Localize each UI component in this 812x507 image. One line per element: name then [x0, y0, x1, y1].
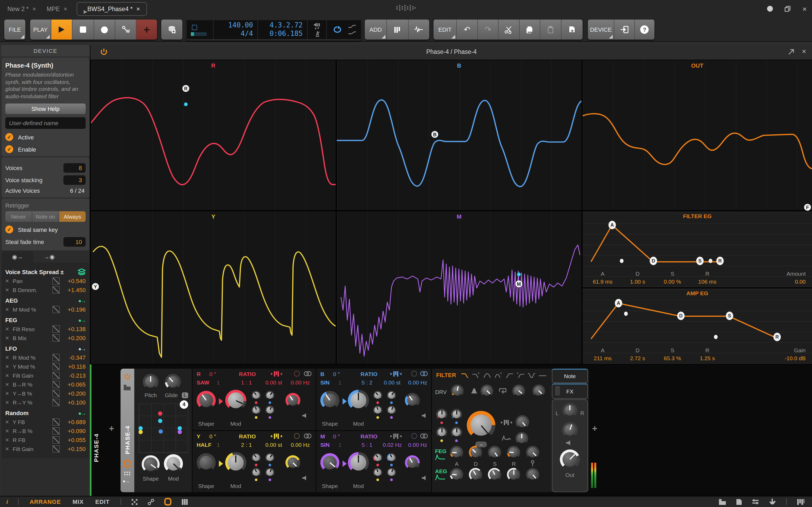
osc-y-node-badge[interactable]: Y	[92, 283, 99, 290]
curve-icon[interactable]	[52, 418, 60, 426]
remove-mod-icon[interactable]: ×	[5, 445, 13, 453]
curve-icon[interactable]	[52, 277, 60, 285]
osc-shape-knob[interactable]	[197, 453, 216, 472]
osc-shape-knob[interactable]	[320, 453, 339, 472]
aeg-sustain-knob[interactable]	[488, 468, 501, 481]
link-icon[interactable]	[148, 498, 155, 505]
close-tab-icon[interactable]: ×	[33, 5, 36, 12]
curve-icon[interactable]	[52, 286, 60, 294]
redo-button[interactable]: ↷	[478, 19, 499, 40]
mod-depth-knob[interactable]	[265, 453, 274, 462]
curve-icon[interactable]	[52, 363, 60, 370]
out-level-knob[interactable]	[560, 449, 580, 469]
view-edit[interactable]: EDIT	[95, 499, 110, 505]
touch-mode-icon[interactable]	[769, 498, 776, 505]
remove-mod-icon[interactable]: ×	[5, 334, 13, 342]
mod-row[interactable]: ×Pan+0.540	[5, 277, 86, 285]
feg-vel-knob[interactable]	[526, 446, 539, 459]
add-device-button[interactable]: +	[109, 424, 114, 434]
unison-icon[interactable]	[303, 371, 312, 377]
tempo-display[interactable]: 140.00 4/4	[213, 20, 257, 39]
drive-knob[interactable]	[451, 385, 464, 397]
feg-amount-value[interactable]: 0.00	[786, 278, 806, 285]
mod-depth-knob[interactable]	[252, 453, 261, 462]
remove-mod-icon[interactable]: ×	[5, 381, 13, 388]
mod-depth-knob[interactable]	[252, 391, 261, 400]
duplicate-button[interactable]	[561, 19, 582, 40]
browser-panel-icon[interactable]	[718, 499, 726, 505]
eg-release-node[interactable]: R	[773, 333, 781, 341]
osc-fine-value[interactable]: 0.00 Hz	[291, 379, 310, 386]
remove-mod-icon[interactable]: ×	[5, 399, 13, 406]
mod-row[interactable]: ×M Mod %+0.196	[5, 306, 86, 313]
osc-count-badge[interactable]: 4	[180, 400, 188, 409]
feg-attack-knob[interactable]	[450, 446, 463, 459]
pitch-knob[interactable]	[143, 374, 159, 390]
mod-depth-knob[interactable]	[373, 391, 382, 400]
filter-mod-knob[interactable]	[436, 409, 447, 420]
filter-mod-knob[interactable]	[436, 427, 447, 438]
remove-mod-icon[interactable]: ×	[5, 277, 13, 285]
filter-track-knob[interactable]	[512, 385, 525, 397]
mod-depth-knob[interactable]	[373, 453, 382, 462]
phase-lock-icon[interactable]	[411, 371, 417, 377]
curve-icon[interactable]	[52, 427, 60, 435]
mod-depth-knob[interactable]	[373, 406, 382, 414]
feg-decay-knob[interactable]	[469, 446, 482, 459]
filter-cutoff-knob[interactable]	[467, 411, 495, 439]
eg-attack-node[interactable]: A	[615, 299, 622, 307]
osc-offset-value[interactable]: 0.00 st	[265, 379, 282, 386]
aeg-attack-knob[interactable]	[450, 468, 463, 481]
remove-mod-icon[interactable]: ×	[5, 363, 13, 370]
filter-lp-icon[interactable]	[460, 372, 469, 379]
phase-xy-pad[interactable]	[139, 403, 188, 453]
retrigger-note-on-button[interactable]: Note on	[32, 211, 59, 222]
keytrack-icon[interactable]	[390, 433, 402, 439]
aeg-sustain-value[interactable]: 65.3 %	[659, 355, 686, 361]
modulation-out-tab[interactable]: ◉→	[2, 251, 33, 263]
copy-button[interactable]	[519, 19, 540, 40]
curve-icon[interactable]	[52, 372, 60, 379]
add-track-button[interactable]: ADD	[365, 19, 387, 40]
feg-sustain-knob[interactable]	[488, 446, 501, 459]
osc-shape-knob[interactable]	[320, 391, 339, 410]
phase-lock-icon[interactable]	[294, 371, 300, 377]
modulators-icon[interactable]: ●→	[123, 478, 129, 484]
mod-row[interactable]: ×Filt Reso+0.138	[5, 325, 86, 333]
osc-wave-select[interactable]: SIN	[320, 379, 329, 386]
aeg-release-knob[interactable]	[507, 468, 520, 481]
curve-icon[interactable]	[52, 325, 60, 333]
mod-row[interactable]: ×B Denom.+1.450	[5, 286, 86, 294]
osc-phase-value[interactable]: 0 °	[209, 371, 216, 377]
keytrack-icon[interactable]	[271, 433, 282, 439]
aeg-decay-knob[interactable]	[469, 468, 482, 481]
close-view-icon[interactable]: ×	[802, 47, 806, 55]
osc-level-knob[interactable]	[405, 393, 420, 408]
retrigger-never-button[interactable]: Never	[5, 211, 32, 222]
filter-mod-knob[interactable]	[451, 427, 462, 438]
mixer-panel-toggle-icon[interactable]	[182, 498, 189, 505]
osc-wave-select[interactable]: SIN	[320, 442, 329, 448]
info-icon[interactable]: i	[6, 499, 8, 505]
voice-stacking-value-field[interactable]: 3	[63, 175, 86, 185]
mod-source-header[interactable]: Random	[5, 410, 29, 416]
steal-same-key-checkbox[interactable]: ✓Steal same key	[5, 226, 86, 233]
edit-menu-button[interactable]: EDIT	[434, 19, 457, 40]
osc-phase-value[interactable]: 0 °	[333, 371, 340, 377]
keytrack-icon[interactable]	[271, 371, 282, 377]
punch-in-icon[interactable]	[313, 22, 321, 30]
curve-icon[interactable]	[52, 334, 60, 342]
osc-phase-value[interactable]: 0 °	[333, 433, 340, 439]
track-name-vertical[interactable]: PHASE-4	[93, 404, 99, 462]
osc-wave-select[interactable]: HALF	[197, 442, 211, 448]
remove-mod-icon[interactable]: ×	[5, 418, 13, 426]
osc-mod-knob[interactable]	[348, 452, 369, 473]
snap-settings-icon[interactable]	[132, 498, 138, 505]
osc-phase-value[interactable]: 0 °	[209, 433, 216, 439]
device-panel-toggle-icon[interactable]	[164, 498, 172, 506]
osc-mod-knob[interactable]	[348, 390, 369, 411]
project-tab-new2[interactable]: New 2 * ×	[2, 5, 42, 12]
add-audio-track-icon[interactable]	[408, 19, 429, 40]
cut-button[interactable]	[499, 19, 520, 40]
filter-node-badge[interactable]: F	[804, 204, 811, 211]
